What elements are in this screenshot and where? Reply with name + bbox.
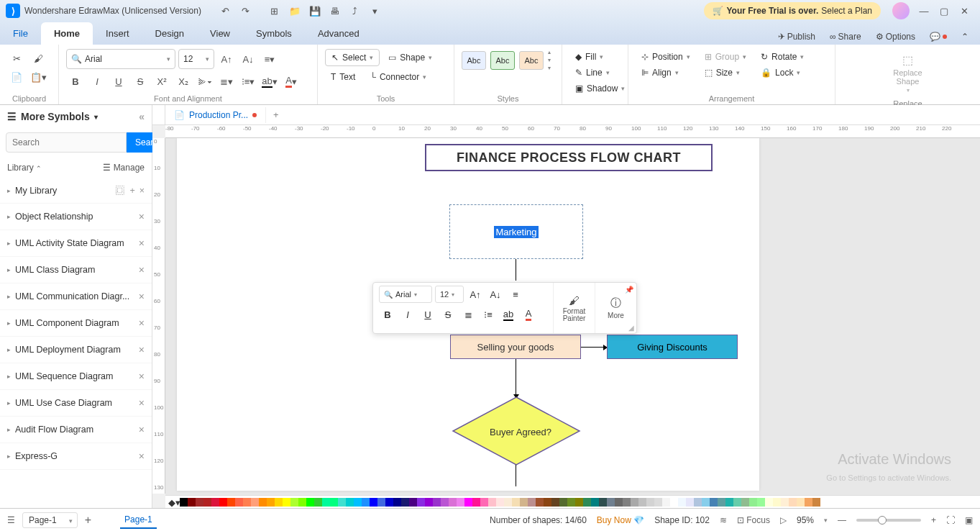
color-picker-icon[interactable]: ◆▾	[168, 497, 178, 507]
color-swatch[interactable]	[409, 498, 417, 507]
close-icon[interactable]: ×	[139, 291, 145, 302]
maximize-button[interactable]: ▢	[934, 2, 954, 19]
color-swatch[interactable]	[544, 498, 551, 507]
close-icon[interactable]: ×	[139, 344, 145, 355]
color-swatch[interactable]	[457, 498, 464, 507]
style-up-icon[interactable]: ▴	[548, 49, 551, 55]
discount-shape[interactable]: Giving Discounts	[607, 335, 738, 359]
publish-button[interactable]: ✈Publish	[772, 29, 821, 45]
color-swatch[interactable]	[765, 498, 773, 507]
increase-font-icon[interactable]: A↑	[217, 50, 236, 68]
strike-icon[interactable]: S	[131, 72, 150, 91]
color-swatch[interactable]	[306, 498, 314, 507]
close-icon[interactable]: ×	[139, 237, 145, 249]
color-swatch[interactable]	[551, 498, 559, 507]
color-swatch[interactable]	[235, 498, 243, 507]
color-swatch[interactable]	[251, 498, 259, 507]
color-swatch[interactable]	[330, 498, 338, 507]
presentation-icon[interactable]: ▷	[780, 515, 787, 525]
color-swatch[interactable]	[480, 498, 488, 507]
color-swatch[interactable]	[678, 498, 686, 507]
color-swatch[interactable]	[583, 498, 591, 507]
resize-grip-icon[interactable]: ◢	[628, 324, 634, 332]
color-swatch[interactable]	[180, 498, 188, 507]
color-swatch[interactable]	[472, 498, 480, 507]
underline-icon[interactable]: U	[109, 72, 128, 91]
color-swatch[interactable]	[670, 498, 678, 507]
document-tab[interactable]: 📄Production Pr...	[165, 107, 266, 123]
color-swatch[interactable]	[773, 498, 781, 507]
bold-icon[interactable]: B	[379, 306, 396, 323]
float-font-select[interactable]: 🔍Arial▾	[379, 286, 432, 303]
numbered-list-icon[interactable]: ≣	[459, 306, 477, 323]
undo-icon[interactable]: ↶	[219, 4, 233, 18]
color-swatch[interactable]	[377, 498, 385, 507]
search-input[interactable]	[6, 132, 127, 153]
color-swatch[interactable]	[654, 498, 662, 507]
marketing-shape[interactable]: Marketing	[449, 204, 583, 259]
lib-item[interactable]: ▸Object Relationship×	[0, 204, 152, 230]
cut-icon[interactable]: ✂	[7, 49, 26, 68]
bold-icon[interactable]: B	[66, 72, 85, 91]
style-down-icon[interactable]: ▾	[548, 57, 551, 63]
underline-icon[interactable]: U	[419, 306, 436, 323]
color-swatch[interactable]	[370, 498, 377, 507]
lib-item[interactable]: ▸Audit Flow Diagram×	[0, 417, 152, 443]
lib-item[interactable]: ▸Express-G×	[0, 443, 152, 470]
minimize-button[interactable]: —	[914, 2, 934, 19]
notification-icon[interactable]: 💬	[924, 29, 953, 45]
color-swatch[interactable]	[749, 498, 757, 507]
color-swatch[interactable]	[188, 498, 196, 507]
lib-item[interactable]: ▸UML Activity State Diagram×	[0, 230, 152, 257]
color-swatch[interactable]	[662, 498, 670, 507]
color-swatch[interactable]	[638, 498, 646, 507]
redo-icon[interactable]: ↷	[239, 4, 253, 18]
italic-icon[interactable]: I	[399, 306, 416, 323]
shadow-button[interactable]: ▣Shadow▾	[569, 81, 620, 96]
selling-shape[interactable]: Selling your goods	[450, 335, 581, 359]
color-swatch[interactable]	[725, 498, 733, 507]
copy-icon[interactable]: 📄	[7, 68, 26, 86]
color-swatch[interactable]	[702, 498, 710, 507]
color-swatch[interactable]	[559, 498, 567, 507]
page-select[interactable]: Page-1▾	[22, 512, 78, 528]
add-tab-button[interactable]: +	[266, 106, 286, 123]
new-icon[interactable]: ⊞	[267, 4, 282, 18]
paste-icon[interactable]: 📋▾	[29, 68, 47, 86]
align-button[interactable]: ⊫Align▾	[636, 65, 696, 81]
tab-insert[interactable]: Insert	[93, 22, 142, 45]
share-button[interactable]: ∞Share	[824, 29, 867, 45]
close-icon[interactable]: ×	[139, 264, 145, 276]
close-icon[interactable]: ×	[139, 317, 145, 329]
collapse-ribbon-icon[interactable]: ⌃	[956, 29, 974, 45]
color-swatch[interactable]	[449, 498, 457, 507]
color-swatch[interactable]	[607, 498, 615, 507]
lib-item-my-library[interactable]: ▸My Library⿴+×	[0, 178, 152, 204]
color-swatch[interactable]	[686, 498, 694, 507]
trial-badge[interactable]: 🛒 Your Free Trial is over. Select a Plan	[704, 2, 881, 19]
align-icon[interactable]: ≡▾	[260, 50, 279, 68]
select-button[interactable]: ↖Select▾	[325, 49, 380, 66]
color-swatch[interactable]	[259, 498, 267, 507]
color-swatch[interactable]	[718, 498, 725, 507]
subscript-icon[interactable]: X₂	[174, 72, 193, 91]
more-symbols-header[interactable]: ☰ More Symbols▾ «	[0, 105, 152, 128]
color-swatch[interactable]	[528, 498, 536, 507]
fit-page-icon[interactable]: ⛶	[946, 515, 955, 525]
color-swatch[interactable]	[631, 498, 638, 507]
spacing-icon[interactable]: ⫸▾	[196, 72, 214, 91]
color-swatch[interactable]	[227, 498, 235, 507]
folder-icon[interactable]: ⿴	[116, 186, 125, 196]
options-button[interactable]: ⚙Options	[870, 29, 921, 45]
lib-item[interactable]: ▸UML Deployment Diagram×	[0, 337, 152, 363]
print-icon[interactable]: 🖶	[328, 4, 342, 18]
group-button[interactable]: ⊞Group▾	[699, 49, 752, 65]
fullscreen-icon[interactable]: ▣	[965, 515, 973, 525]
format-painter-button[interactable]: 🖌 Format Painter	[553, 283, 595, 333]
color-swatch[interactable]	[512, 498, 520, 507]
color-swatch[interactable]	[417, 498, 425, 507]
color-swatch[interactable]	[789, 498, 797, 507]
color-swatch[interactable]	[567, 498, 575, 507]
marketing-text[interactable]: Marketing	[494, 226, 538, 238]
float-size-select[interactable]: 12▾	[435, 286, 464, 303]
